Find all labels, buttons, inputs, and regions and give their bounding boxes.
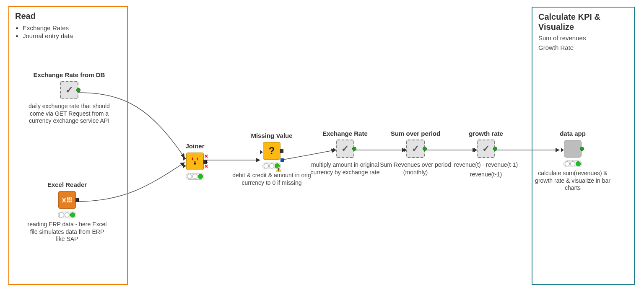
check-icon: ✓ [482,143,490,154]
warning-icon: ⚠️ [275,166,282,172]
input-port[interactable] [183,164,186,168]
traffic-light [186,173,204,180]
node-title: Exchange Rate [322,130,368,137]
output-port[interactable] [203,160,207,164]
node-data-app[interactable]: data app calculate sum(revenues) & growt… [535,130,610,192]
output-port[interactable] [352,147,356,151]
svg-rect-0 [67,197,72,202]
node-sum-over-period[interactable]: Sum over period ✓ Sum Revenues over peri… [380,130,451,176]
annotation-read-title: Read [15,11,121,21]
annotation-kpi-sub1: Sum of revenues [538,34,628,41]
merge-arrows-icon [190,156,200,167]
component-icon [564,140,582,158]
node-exchange-rate[interactable]: Exchange Rate ✓ multiply amount in origi… [309,130,381,176]
workflow-canvas[interactable]: Read Exchange Rates Journal entry data C… [0,0,644,295]
flow-variable-port-icon [280,158,284,162]
node-description: Sum Revenues over period (monthly) [380,161,451,176]
annotation-read-bullet: Journal entry data [23,32,121,39]
check-icon: ✓ [412,143,419,154]
annotation-read-list: Exchange Rates Journal entry data [23,24,121,39]
fraction-divider [452,170,519,170]
node-title: Exchange Rate from DB [34,71,105,78]
xls-icon: X [62,197,72,204]
metanode-icon: ✓ [406,140,425,158]
input-port[interactable] [561,148,564,152]
node-growth-rate[interactable]: growth rate ✓ revenue(t) - revenue(t-1) … [446,130,526,178]
node-joiner[interactable]: Joiner ✕ ✕ ✕ [159,142,231,180]
input-port[interactable] [474,148,477,152]
missing-value-icon: ? [263,142,280,160]
growth-numerator: revenue(t) - revenue(t-1) [452,161,519,169]
output-port[interactable] [493,147,497,151]
input-port[interactable] [183,156,186,160]
metanode-icon: ✓ [477,140,495,158]
growth-denominator: revenue(t-1) [452,171,519,179]
node-title: Sum over period [391,130,440,137]
metanode-icon: ✓ [60,81,78,99]
traffic-light [564,160,582,167]
node-title: Excel Reader [47,181,87,188]
check-icon: ✓ [65,85,73,96]
node-description: multiply amount in original currency by … [309,161,381,176]
question-mark-icon: ? [269,145,275,157]
node-title: growth rate [469,130,503,137]
unconnected-port-icon: ✕ [204,165,208,168]
output-port[interactable] [75,198,79,202]
node-excel-reader[interactable]: Excel Reader X reading ERP data - here E… [25,181,109,243]
check-icon: ✓ [341,143,349,154]
output-port[interactable] [76,88,80,92]
node-description: debit & credit & amount in orig currency… [230,172,314,186]
node-exchange-rate-from-db[interactable]: Exchange Rate from DB ✓ daily exchange r… [25,71,113,125]
annotation-read[interactable]: Read Exchange Rates Journal entry data [8,6,128,285]
node-title: Missing Value [251,132,292,139]
input-port[interactable] [260,150,263,154]
node-description: revenue(t) - revenue(t-1) revenue(t-1) [452,161,519,178]
unconnected-port-icon: ✕ [204,155,208,158]
excel-reader-icon: X [58,191,76,209]
output-port[interactable] [423,147,427,151]
traffic-light [58,212,76,218]
output-port[interactable] [580,147,584,151]
node-description: reading ERP data - here Excel file simul… [25,221,109,243]
node-description: daily exchange rate that should come via… [25,103,113,125]
input-port[interactable] [333,148,336,152]
node-missing-value[interactable]: Missing Value ? ⚠️ debit & credit & amou… [230,132,314,186]
node-title: Joiner [185,142,204,150]
traffic-light: ⚠️ [262,163,281,169]
input-port[interactable] [404,148,407,152]
annotation-kpi-sub2: Growth Rate [538,44,628,51]
node-description: calculate sum(revenues) & growth rate & … [535,170,610,192]
joiner-icon: ✕ ✕ ✕ [186,153,204,170]
annotation-read-bullet: Exchange Rates [23,24,121,31]
output-port[interactable] [280,149,283,153]
node-title: data app [560,130,586,137]
metanode-icon: ✓ [336,140,354,158]
annotation-kpi-title: Calculate KPI & Visualize [538,12,628,32]
